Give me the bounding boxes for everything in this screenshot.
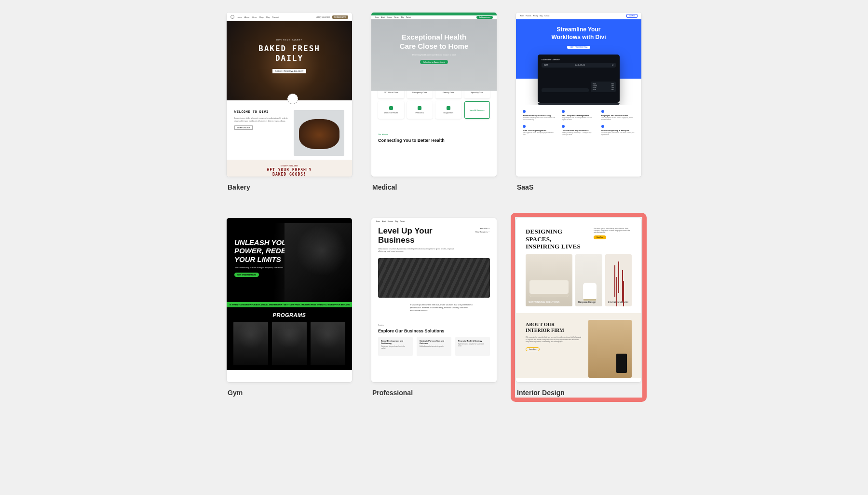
thumb-topbar (227, 218, 352, 223)
service-icon (389, 106, 393, 110)
nav-item: Contact (406, 16, 411, 18)
thumb-hero: Exceptional Health Care Close to Home De… (371, 19, 497, 91)
service-icon (447, 106, 450, 110)
bullet-icon (562, 110, 565, 113)
nav-item: Home (520, 15, 524, 17)
dash-range: Mar 1 – Mar 14 (575, 64, 585, 66)
hero-side: We create spaces where beauty meets func… (594, 228, 632, 250)
feature-item: Customizable Pay SchedulesWeekly, biweek… (562, 125, 595, 136)
phone-number: (202) 555-0100 (316, 16, 329, 18)
bread-image (294, 110, 344, 156)
explore-title: Explore Our Business Solutions (378, 329, 490, 334)
template-label: Interior Design (516, 389, 641, 397)
template-thumbnail-gym[interactable]: UNLEASH YOUR POWER, REDEFINE YOUR LIMITS… (227, 218, 352, 382)
thumb-topbar: Home Features Pricing Blog Contact Start… (516, 13, 641, 19)
template-cell-interior: DESIGNING SPACES, INSPIRING LIVES We cre… (516, 218, 641, 397)
nav-item: Home (375, 16, 379, 18)
nav-item: Blog (266, 16, 270, 18)
thumb-topbar (516, 218, 641, 224)
template-cell-medical: Home About Services Doctors Blog Contact… (371, 13, 497, 191)
promo-banner: IS WHEN YOU SIGN UP FOR ANY ANNUAL MEMBE… (227, 302, 352, 307)
thumb-welcome: WELCOME TO DIVI Lorem ipsum dolor sit am… (227, 104, 352, 160)
nav-item: About (244, 16, 249, 18)
nav-item: Doctors (394, 16, 399, 18)
solution-card: Brand Development and PositioningClarify… (378, 337, 413, 356)
hero-title: DESIGNING SPACES, INSPIRING LIVES (526, 228, 589, 250)
hero-cta: GET STARTED NOW (234, 273, 259, 277)
view-all-card: View All Services (464, 101, 490, 119)
thumb-hero: DIVI HOME BAKERY BAKED FRESH DAILY ORDER… (227, 21, 352, 100)
hero-links: About Us → View Services → (475, 227, 490, 252)
thumb-hero: DESIGNING SPACES, INSPIRING LIVES We cre… (516, 224, 641, 250)
dash-kpi: $125K (544, 64, 548, 66)
promo-eyebrow: ORDER ONLINE (231, 165, 347, 167)
feature-grid: Automated Payroll ProcessingAutomate com… (516, 105, 641, 140)
thumb-topbar: Home About Services Doctors Blog Contact… (371, 15, 497, 19)
nav-item: Services (387, 16, 393, 18)
feature-item: Time Tracking IntegrationSync approved h… (523, 125, 556, 136)
template-cell-professional: Home About Services Blog Contact Level U… (371, 218, 497, 397)
nav-item: Blog (540, 15, 542, 17)
template-thumbnail-medical[interactable]: Home About Services Doctors Blog Contact… (371, 13, 497, 177)
hero-eyebrow: DIVI HOME BAKERY (227, 39, 352, 41)
template-thumbnail-interior[interactable]: DESIGNING SPACES, INSPIRING LIVES We cre… (516, 218, 641, 382)
hero-sub: Join a community built on strength, disc… (234, 266, 302, 269)
template-thumbnail-saas[interactable]: Home Features Pricing Blog Contact Start… (516, 13, 641, 177)
hero-title: Streamline Your Workflows with Divi (516, 26, 641, 41)
about-image (588, 320, 632, 378)
programs: PROGRAMS FITNESS WEIGHT YOGA (227, 307, 352, 370)
service-card: Pediatrics (407, 101, 433, 119)
dash-days: 14 (612, 64, 613, 66)
start-button: Start Free (626, 14, 637, 18)
solution-card: Financial Audit & StrategyOptimize spend… (455, 337, 490, 356)
nav-item: Shop (259, 16, 263, 18)
welcome-title: WELCOME TO DIVI (234, 110, 289, 114)
explore: Services Explore Our Business Solutions (371, 317, 497, 334)
program-tile: FITNESS (233, 322, 268, 365)
programs-title: PROGRAMS (233, 312, 345, 318)
thumb-topbar: Home About Menu Shop Blog Contact (202) … (227, 13, 352, 21)
hero-side-copy: We create spaces where beauty meets func… (594, 228, 632, 234)
service-icon (418, 106, 421, 110)
nav-item: Contact (544, 15, 549, 17)
dash-title: Dashboard Overview (542, 58, 616, 61)
feature-item: Tax Compliance ManagementStay compliant … (562, 110, 595, 121)
hero-cta: START YOUR FREE TRIAL (567, 46, 590, 49)
hero-tiles: SUSTAINABLE SOLUTIONS Bespoke Design Inn… (516, 250, 641, 313)
thumb-topbar: Home About Services Blog Contact (371, 218, 497, 225)
hero-title: Level Up Your Business (378, 227, 460, 245)
about-title: ABOUT OUR INTERIOR FIRM (526, 322, 582, 334)
hero-desc: Transform your business with data-driven… (371, 301, 497, 317)
hero-cta: Schedule an Appointment (420, 60, 448, 64)
dash-chart: Sales145 Orders1247 Users760 Visits3241 (542, 70, 616, 92)
explore-eyebrow: Services (378, 324, 384, 326)
hero-sub: Unlock your brand's full potential with … (378, 248, 460, 252)
hero-title: Exceptional Health Care Close to Home (371, 33, 497, 51)
hero-sub: Delivering health care rooted in our mis… (371, 54, 497, 56)
stamp-icon (287, 94, 298, 104)
service-card: Women's Health (378, 101, 404, 119)
promo-title: GET YOUR FRESHLY BAKED GOODS! (231, 168, 347, 177)
template-cell-bakery: Home About Menu Shop Blog Contact (202) … (227, 13, 352, 191)
bullet-icon (562, 125, 565, 128)
feature-item: Detailed Reporting & AnalyticsVisualize … (601, 125, 635, 136)
service-card: Diagnostics (435, 101, 461, 119)
solutions: Brand Development and PositioningClarify… (371, 337, 497, 362)
nav-item: Home (237, 16, 242, 18)
about-cta: Learn More (526, 347, 540, 351)
nav-item: Pricing (533, 15, 538, 17)
template-thumbnail-professional[interactable]: Home About Services Blog Contact Level U… (371, 218, 497, 382)
order-button: ORDER NOW (332, 15, 348, 19)
template-thumbnail-bakery[interactable]: Home About Menu Shop Blog Contact (202) … (227, 13, 352, 177)
program-tile: YOGA (311, 322, 345, 365)
hero-tile: Bespoke Design (575, 254, 602, 306)
hero-tile: SUSTAINABLE SOLUTIONS (526, 254, 572, 306)
hero-image (378, 258, 490, 298)
template-label: SaaS (516, 183, 641, 191)
template-cell-gym: UNLEASH YOUR POWER, REDEFINE YOUR LIMITS… (227, 218, 352, 397)
hero-tile: Innovative Material (605, 254, 632, 306)
program-tile: WEIGHT (272, 322, 307, 365)
nav-item: Features (526, 15, 531, 17)
thumb-connect: Our Mission Connecting You to Better Hea… (371, 124, 497, 144)
thumb-promo: ORDER ONLINE GET YOUR FRESHLY BAKED GOOD… (227, 160, 352, 177)
